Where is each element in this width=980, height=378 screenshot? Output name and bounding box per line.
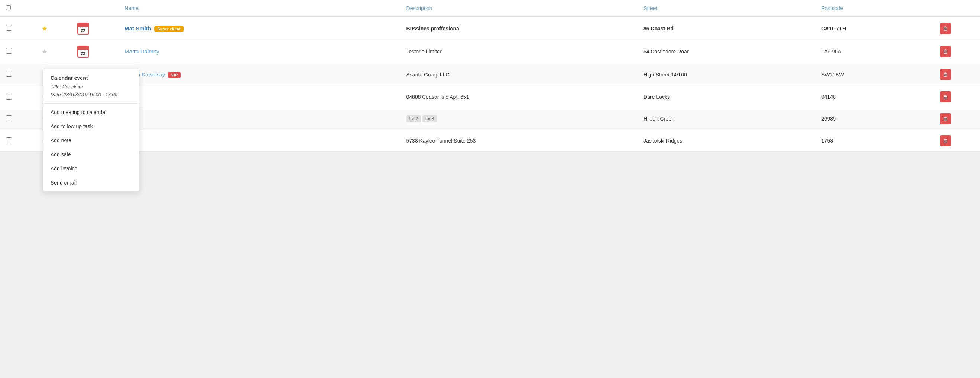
- popup-action-item[interactable]: Add sale: [43, 148, 139, 162]
- header-street: Street: [638, 0, 815, 17]
- page-wrapper: Name Description Street Postcode ★22Mat …: [0, 0, 980, 378]
- row-name-cell: [119, 108, 400, 130]
- table-row: ★22Mat SmithSuper clientBussines proffes…: [0, 17, 980, 40]
- row-postcode-cell: SW11BW: [815, 63, 934, 86]
- contact-name-link[interactable]: Marta Daimny: [124, 48, 159, 55]
- row-checkbox-cell: [0, 40, 36, 63]
- popup-event-title-detail: Title: Car clean: [51, 83, 132, 91]
- row-name-cell: Mat SmithSuper client: [119, 17, 400, 40]
- delete-button[interactable]: 🗑: [940, 46, 951, 57]
- row-delete-cell: 🗑: [934, 40, 980, 63]
- row-delete-cell: 🗑: [934, 108, 980, 130]
- row-name-cell: Martin KowalskyVIP: [119, 63, 400, 86]
- header-calendar-cell: [71, 0, 119, 17]
- row-postcode-cell: LA6 9FA: [815, 40, 934, 63]
- row-checkbox[interactable]: [6, 137, 12, 143]
- table-row: ★tag2tag3Hilpert Green26989🗑: [0, 108, 980, 130]
- delete-button[interactable]: 🗑: [940, 113, 951, 124]
- calendar-icon[interactable]: 22: [77, 23, 89, 35]
- delete-button[interactable]: 🗑: [940, 135, 951, 146]
- delete-button[interactable]: 🗑: [940, 23, 951, 34]
- popup-actions-section: Add meeting to calendarAdd follow up tas…: [43, 103, 139, 191]
- row-checkbox-cell: [0, 63, 36, 86]
- header-actions: [934, 0, 980, 17]
- popup-event-date: Date: 23/10/2019 16:00 - 17:00: [51, 91, 132, 99]
- table-row: ★5738 Kaylee Tunnel Suite 253Jaskolski R…: [0, 130, 980, 152]
- row-description-cell: 04808 Ceasar Isle Apt. 651: [401, 86, 638, 108]
- row-street-cell: 86 Coast Rd: [638, 17, 815, 40]
- row-description-cell: Testoria Limited: [401, 40, 638, 63]
- delete-button[interactable]: 🗑: [940, 69, 951, 80]
- popup-action-item[interactable]: Add invoice: [43, 162, 139, 176]
- row-checkbox-cell: [0, 86, 36, 108]
- row-checkbox[interactable]: [6, 71, 12, 77]
- table-header-row: Name Description Street Postcode: [0, 0, 980, 17]
- row-checkbox-cell: [0, 130, 36, 152]
- popup-action-item[interactable]: Add follow up task: [43, 119, 139, 133]
- calendar-icon[interactable]: 23: [77, 46, 89, 57]
- row-checkbox-cell: [0, 17, 36, 40]
- popup-action-item[interactable]: Add note: [43, 133, 139, 148]
- row-checkbox[interactable]: [6, 116, 12, 121]
- calendar-event-popup: Calendar event Title: Car clean Date: 23…: [43, 69, 139, 192]
- row-checkbox[interactable]: [6, 48, 12, 54]
- row-description-cell: Bussines proffesional: [401, 17, 638, 40]
- row-delete-cell: 🗑: [934, 63, 980, 86]
- row-star-cell: ★: [36, 17, 71, 40]
- row-name-cell: [119, 86, 400, 108]
- contact-badge: VIP: [168, 72, 181, 78]
- row-street-cell: Jaskolski Ridges: [638, 130, 815, 152]
- row-checkbox[interactable]: [6, 94, 12, 100]
- header-name: Name: [119, 0, 400, 17]
- contact-tag: tag3: [422, 116, 437, 122]
- row-delete-cell: 🗑: [934, 130, 980, 152]
- contact-tag: tag2: [406, 116, 421, 122]
- header-checkbox-cell: [0, 0, 36, 17]
- header-description: Description: [401, 0, 638, 17]
- row-postcode-cell: 26989: [815, 108, 934, 130]
- row-street-cell: High Street 14/100: [638, 63, 815, 86]
- row-star-cell: ★: [36, 40, 71, 63]
- star-icon[interactable]: ★: [41, 48, 48, 55]
- row-name-cell: Marta Daimny: [119, 40, 400, 63]
- row-postcode-cell: CA10 7TH: [815, 17, 934, 40]
- contact-name-link[interactable]: Mat Smith: [124, 25, 151, 32]
- row-postcode-cell: 1758: [815, 130, 934, 152]
- row-description-cell: 5738 Kaylee Tunnel Suite 253: [401, 130, 638, 152]
- row-checkbox[interactable]: [6, 25, 12, 31]
- header-star-cell: [36, 0, 71, 17]
- table-row: ★23Martin KowalskyVIPAsante Group LLCHig…: [0, 63, 980, 86]
- select-all-checkbox[interactable]: [6, 5, 11, 10]
- table-container: Name Description Street Postcode ★22Mat …: [0, 0, 980, 152]
- row-street-cell: 54 Castledore Road: [638, 40, 815, 63]
- row-name-cell: [119, 130, 400, 152]
- star-icon[interactable]: ★: [41, 25, 48, 32]
- row-description-cell: Asante Group LLC: [401, 63, 638, 86]
- popup-action-item[interactable]: Add meeting to calendar: [43, 105, 139, 119]
- row-delete-cell: 🗑: [934, 86, 980, 108]
- row-delete-cell: 🗑: [934, 17, 980, 40]
- row-description-cell: tag2tag3: [401, 108, 638, 130]
- popup-event-title: Calendar event: [51, 75, 132, 81]
- header-postcode: Postcode: [815, 0, 934, 17]
- row-postcode-cell: 94148: [815, 86, 934, 108]
- row-street-cell: Dare Locks: [638, 86, 815, 108]
- table-row: ★04808 Ceasar Isle Apt. 651Dare Locks941…: [0, 86, 980, 108]
- row-checkbox-cell: [0, 108, 36, 130]
- delete-button[interactable]: 🗑: [940, 91, 951, 102]
- row-street-cell: Hilpert Green: [638, 108, 815, 130]
- popup-event-section: Calendar event Title: Car clean Date: 23…: [43, 69, 139, 103]
- row-calendar-cell: 23: [71, 40, 119, 63]
- contacts-table: Name Description Street Postcode ★22Mat …: [0, 0, 980, 152]
- table-body: ★22Mat SmithSuper clientBussines proffes…: [0, 17, 980, 152]
- row-calendar-cell: 22: [71, 17, 119, 40]
- table-row: ★23Marta DaimnyTestoria Limited54 Castle…: [0, 40, 980, 63]
- popup-action-item[interactable]: Send email: [43, 176, 139, 190]
- contact-badge: Super client: [154, 26, 183, 32]
